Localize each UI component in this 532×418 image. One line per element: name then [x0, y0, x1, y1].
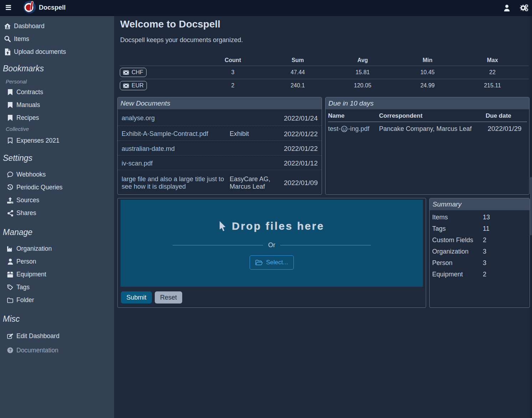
svg-text:?: ? — [9, 348, 11, 353]
